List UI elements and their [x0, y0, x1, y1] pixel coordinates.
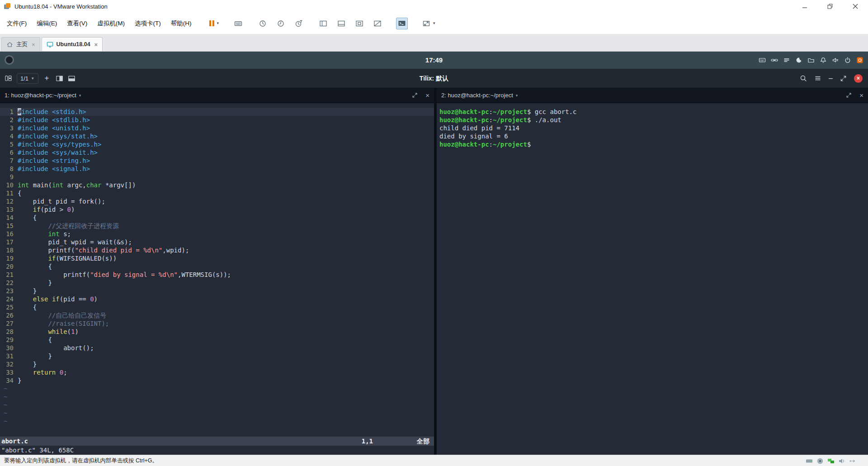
snapshot-revert-icon [277, 19, 285, 28]
menu-item[interactable]: 查看(V) [62, 16, 92, 31]
suspend-button[interactable] [208, 19, 216, 28]
tilix-title: Tilix: 默认 [0, 69, 868, 88]
vmware-statusbar: 要将输入定向到该虚拟机，请在虚拟机内部单击或按 Ctrl+G。 [0, 455, 868, 466]
vim-commandline: "abort.c" 34L, 658C [0, 446, 434, 455]
editor-pane: 1: huoz@hackt-pc:~/project ▾ × 1#include… [0, 88, 434, 455]
window-minimize-button[interactable] [792, 0, 817, 13]
cdrom-icon[interactable] [816, 457, 824, 465]
tab-ubuntu[interactable]: Ubuntu18.04 × [42, 37, 103, 51]
tab-home-close-icon[interactable]: × [32, 41, 35, 48]
code-line: 28 while(1) [0, 328, 434, 336]
session-switcher[interactable]: 1/1 ▾ [17, 73, 38, 84]
tab-ubuntu-close-icon[interactable]: × [94, 41, 98, 48]
vm-display[interactable]: 17:49 1/1 ▾ + [0, 52, 868, 455]
line-number: 29 [0, 336, 14, 344]
vim-empty-line-marker: ~ [0, 393, 434, 401]
tilix-close-button[interactable]: × [854, 74, 863, 83]
menu-item[interactable]: 帮助(H) [166, 16, 197, 31]
pane-close-icon[interactable]: × [859, 92, 863, 99]
home-icon [6, 41, 13, 48]
vim-empty-line-marker: ~ [0, 417, 434, 425]
line-number: 8 [0, 165, 14, 173]
hamburger-menu-icon[interactable] [814, 75, 821, 82]
line-number: 10 [0, 181, 14, 189]
show-library-button[interactable] [317, 18, 329, 29]
list-icon[interactable] [783, 57, 790, 64]
suspend-dropdown-caret[interactable]: ▾ [217, 21, 219, 25]
line-number: 26 [0, 311, 14, 319]
menu-item[interactable]: 选项卡(T) [130, 16, 166, 31]
code-line: 25 { [0, 303, 434, 311]
show-thumbnail-bar-button[interactable] [335, 18, 347, 29]
power-icon[interactable] [844, 57, 851, 64]
window-restore-button[interactable] [817, 0, 843, 13]
code-line: 11{ [0, 189, 434, 197]
harddisk-icon[interactable] [806, 457, 813, 465]
snapshot-manager-button[interactable] [293, 18, 305, 29]
sound-icon[interactable] [838, 457, 845, 465]
code-line: 3#include <unistd.h> [0, 124, 434, 132]
app-indicator-icon[interactable] [856, 57, 863, 64]
folder-icon[interactable] [807, 57, 815, 64]
statusbar-message: 要将输入定向到该虚拟机，请在虚拟机内部单击或按 Ctrl+G。 [4, 457, 158, 465]
ctrl-alt-del-button[interactable] [232, 18, 244, 29]
snapshot-revert-button[interactable] [275, 18, 287, 29]
line-number: 13 [0, 205, 14, 214]
gnome-clock[interactable]: 17:49 [0, 52, 868, 69]
fullscreen-dropdown-caret[interactable]: ▾ [433, 21, 435, 25]
line-number: 11 [0, 189, 14, 197]
statusline-ruler: 1,1 [362, 437, 373, 446]
editor-pane-header[interactable]: 1: huoz@hackt-pc:~/project ▾ × [0, 88, 434, 103]
code-line: 18 printf("child died pid = %d\n",wpid); [0, 246, 434, 254]
pane-maximize-icon[interactable] [846, 92, 852, 98]
line-number: 6 [0, 148, 14, 157]
tilix-minimize-button[interactable]: – [829, 75, 833, 82]
gnome-top-bar: 17:49 [0, 52, 868, 69]
vim-empty-line-marker: ~ [0, 385, 434, 393]
snapshot-manager-icon [295, 19, 303, 28]
vim-empty-line-marker: ~ [0, 409, 434, 417]
vim-editor[interactable]: 1#include <stdio.h>2#include <stdlib.h>3… [0, 103, 434, 455]
pane-title-caret-icon: ▾ [79, 93, 81, 98]
keyboard-icon [234, 19, 242, 28]
code-line: 34} [0, 376, 434, 385]
code-line: 8#include <signal.h> [0, 165, 434, 173]
fullscreen-button[interactable] [420, 18, 432, 29]
line-number: 34 [0, 376, 14, 385]
menu-item[interactable]: 文件(F) [2, 16, 32, 31]
volume-muted-icon[interactable] [832, 57, 839, 64]
pause-icon [209, 20, 214, 26]
tab-home-label: 主页 [16, 41, 28, 48]
device-status-icons [806, 455, 856, 466]
split-down-icon[interactable] [68, 75, 75, 82]
pane-maximize-icon[interactable] [412, 92, 418, 98]
free-stretch-button[interactable] [372, 18, 383, 29]
panel-left-icon [319, 19, 327, 28]
window-close-button[interactable] [843, 0, 868, 13]
split-right-icon[interactable] [56, 75, 63, 82]
network-adapter-icon[interactable] [827, 457, 835, 465]
code-line: 33 return 0; [0, 368, 434, 376]
keyboard-layout-icon[interactable] [759, 57, 766, 64]
snapshot-take-button[interactable] [257, 18, 269, 29]
console-view-button[interactable] [396, 18, 408, 29]
menu-item[interactable]: 虚拟机(M) [92, 16, 130, 31]
terminal[interactable]: huoz@hackt-pc:~/project$ gcc abort.chuoz… [437, 103, 868, 455]
usb-icon[interactable] [849, 457, 856, 465]
tilix-left-controls: 1/1 ▾ + [5, 69, 75, 88]
code-line: 32 } [0, 360, 434, 368]
fit-guest-button[interactable] [354, 18, 365, 29]
new-session-button[interactable]: + [43, 74, 51, 83]
code-line: 21 printf("died by signal = %d\n",WTERMS… [0, 271, 434, 279]
menu-item[interactable]: 编辑(E) [32, 16, 62, 31]
link-icon[interactable] [771, 57, 778, 64]
search-icon[interactable] [800, 75, 807, 82]
session-sidebar-icon[interactable] [5, 75, 12, 82]
pane-close-icon[interactable]: × [425, 92, 429, 99]
line-number: 2 [0, 116, 14, 124]
night-light-moon-icon[interactable] [795, 57, 802, 64]
bell-icon[interactable] [820, 57, 827, 64]
tab-home[interactable]: 主页 × [1, 37, 40, 51]
terminal-pane-header[interactable]: 2: huoz@hackt-pc:~/project ▾ × [437, 88, 868, 103]
tilix-maximize-icon[interactable] [840, 75, 847, 82]
